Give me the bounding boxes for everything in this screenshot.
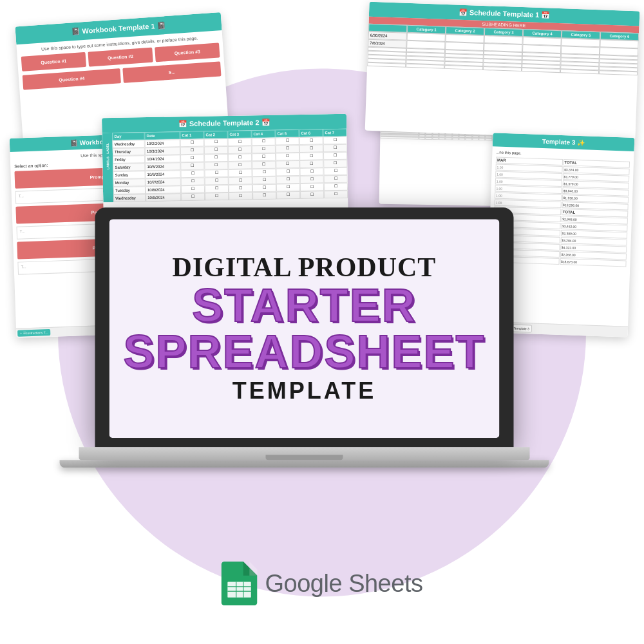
svg-rect-0 [227, 582, 251, 598]
laptop-bottom [60, 460, 549, 468]
question4: Question #4 [23, 68, 121, 90]
laptop-body: DIGITAL PRODUCT STARTER SPREADSHEET TEMP… [95, 207, 514, 447]
question3: Question #3 [155, 43, 220, 62]
google-sheets-icon [222, 562, 258, 605]
workbook1-title: 📓 Workbook Template 1 📓 [71, 21, 166, 36]
laptop-screen: DIGITAL PRODUCT STARTER SPREADSHEET TEMP… [109, 219, 500, 438]
laptop-base [79, 447, 530, 460]
question5: S... [122, 61, 221, 83]
laptop: DIGITAL PRODUCT STARTER SPREADSHEET TEMP… [95, 207, 549, 468]
template3-title: Template 3 ✨ [542, 138, 585, 146]
screen-line1: DIGITAL PRODUCT [123, 252, 485, 282]
card-schedule1: 📅 Schedule Template 1 📅 SUBHEADING HERE … [365, 2, 640, 140]
screen-line2: STARTER [123, 282, 485, 328]
schedule1-title: 📅 Schedule Template 1 📅 [459, 8, 551, 19]
schedule2-title: 📅 Schedule Template 2 📅 [178, 118, 270, 128]
google-sheets-text: Google Sheets [265, 570, 423, 598]
screen-line4: TEMPLATE [123, 377, 485, 404]
question1: Question #1 [21, 52, 86, 71]
google-sheets-badge: Google Sheets [222, 562, 423, 605]
question2: Question #2 [88, 48, 153, 67]
screen-content: DIGITAL PRODUCT STARTER SPREADSHEET TEMP… [110, 240, 498, 417]
screen-line3: SPREADSHEET [123, 328, 485, 375]
